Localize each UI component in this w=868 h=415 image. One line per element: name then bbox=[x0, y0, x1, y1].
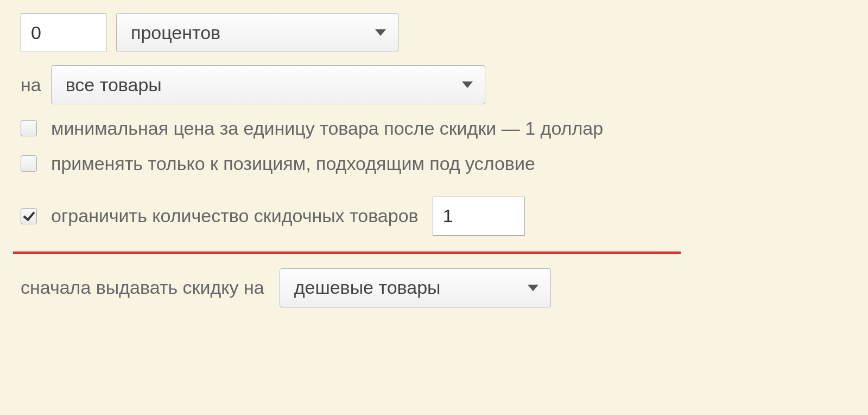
apply-matching-checkbox[interactable] bbox=[21, 155, 37, 172]
discount-unit-dropdown[interactable]: процентов bbox=[116, 13, 398, 52]
caret-down-icon bbox=[462, 81, 473, 88]
discount-amount-row: процентов bbox=[21, 13, 847, 52]
caret-down-icon bbox=[375, 29, 386, 36]
discount-priority-row: сначала выдавать скидку на дешевые товар… bbox=[21, 268, 847, 307]
discount-scope-row: на все товары bbox=[21, 65, 847, 104]
limit-count-option-row: ограничить количество скидочных товаров bbox=[21, 197, 847, 244]
limit-count-input[interactable] bbox=[433, 197, 525, 236]
caret-down-icon bbox=[528, 285, 538, 291]
apply-matching-option-row: применять только к позициям, подходящим … bbox=[21, 153, 847, 175]
min-price-option-row: минимальная цена за единицу товара после… bbox=[21, 117, 847, 140]
priority-prefix-label: сначала выдавать скидку на bbox=[21, 276, 264, 299]
limit-option-wrapper: ограничить количество скидочных товаров bbox=[21, 197, 847, 244]
discount-priority-selected: дешевые товары bbox=[294, 277, 441, 298]
limit-count-label: ограничить количество скидочных товаров bbox=[51, 205, 419, 227]
apply-matching-label: применять только к позициям, подходящим … bbox=[51, 153, 535, 175]
discount-amount-input[interactable] bbox=[21, 13, 106, 52]
min-price-checkbox[interactable] bbox=[21, 120, 37, 136]
annotation-underline bbox=[13, 251, 681, 254]
limit-count-checkbox[interactable] bbox=[21, 208, 37, 224]
discount-priority-dropdown[interactable]: дешевые товары bbox=[280, 268, 551, 307]
discount-scope-selected: все товары bbox=[66, 74, 162, 96]
discount-unit-selected: процентов bbox=[131, 22, 220, 43]
discount-scope-dropdown[interactable]: все товары bbox=[51, 65, 485, 104]
min-price-label: минимальная цена за единицу товара после… bbox=[51, 117, 603, 140]
scope-prefix-label: на bbox=[21, 74, 41, 96]
